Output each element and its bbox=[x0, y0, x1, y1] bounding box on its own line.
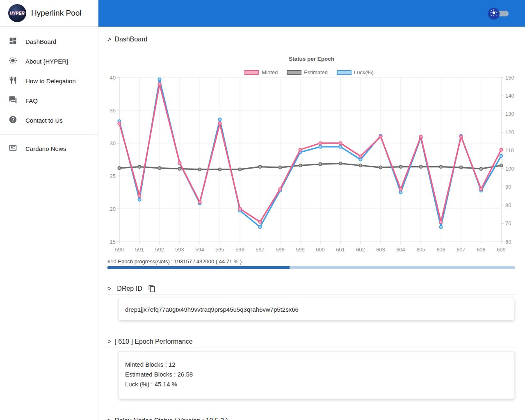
drep-card: drep1jjx7efq77a0gtx49h9vvtraq9prsp45u5q3… bbox=[118, 298, 514, 321]
svg-text:598: 598 bbox=[276, 247, 285, 253]
svg-text:596: 596 bbox=[235, 247, 244, 253]
sidebar-item-label: FAQ bbox=[25, 97, 38, 104]
main-content: > DashBoard Status per Epoch Minted Esti… bbox=[98, 27, 525, 420]
luck-line: Luck (%) : 45.14 % bbox=[125, 379, 507, 389]
sidebar-item-cardano-news[interactable]: Cardano News bbox=[0, 139, 98, 158]
topbar bbox=[98, 0, 525, 27]
estimated-blocks-line: Estimated Blocks : 26.58 bbox=[125, 370, 507, 379]
chevron: > bbox=[107, 338, 111, 345]
chevron: > bbox=[107, 285, 111, 292]
status-chart: Status per Epoch Minted Estimated Luck(%… bbox=[107, 56, 516, 256]
sidebar: HYPER Hyperlink Pool DashBoard About {HY… bbox=[0, 0, 98, 420]
svg-text:607: 607 bbox=[457, 247, 466, 253]
legend-label: Luck(%) bbox=[354, 69, 374, 75]
chevron: > bbox=[107, 36, 111, 43]
legend-item-minted[interactable]: Minted bbox=[244, 69, 278, 75]
epoch-progress-bar bbox=[107, 266, 515, 269]
pool-title: Hyperlink Pool bbox=[31, 9, 82, 18]
svg-text:597: 597 bbox=[256, 247, 265, 253]
svg-text:604: 604 bbox=[396, 247, 405, 253]
sidebar-item-label: How to Delegation bbox=[25, 78, 76, 84]
performance-card: Minted Blocks : 12 Estimated Blocks : 26… bbox=[118, 351, 514, 399]
performance-section: > [ 610 ] Epoch Performance Minted Block… bbox=[107, 338, 516, 399]
svg-text:70: 70 bbox=[505, 220, 511, 226]
legend-item-luck[interactable]: Luck(%) bbox=[337, 69, 374, 75]
newspaper-icon bbox=[9, 144, 17, 153]
svg-text:591: 591 bbox=[135, 247, 144, 253]
chevron: > bbox=[107, 417, 111, 420]
svg-text:609: 609 bbox=[497, 247, 506, 253]
toggle-thumb bbox=[488, 8, 500, 19]
svg-text:590: 590 bbox=[115, 247, 124, 253]
dashboard-icon bbox=[9, 37, 17, 46]
sidebar-item-label: Contact to Us bbox=[25, 117, 63, 124]
svg-text:90: 90 bbox=[505, 184, 511, 190]
svg-text:15: 15 bbox=[110, 239, 116, 245]
svg-text:600: 600 bbox=[316, 247, 325, 253]
svg-text:100: 100 bbox=[505, 166, 514, 172]
sidebar-item-label: Cardano News bbox=[25, 145, 66, 152]
svg-text:110: 110 bbox=[505, 147, 514, 153]
help-icon bbox=[9, 115, 17, 125]
svg-text:130: 130 bbox=[505, 111, 514, 117]
legend-swatch-minted bbox=[244, 70, 259, 75]
epoch-progress: 610 Epoch progress(slots) : 193157 / 432… bbox=[107, 258, 516, 269]
svg-text:608: 608 bbox=[477, 247, 486, 253]
sun-icon bbox=[490, 9, 498, 18]
sidebar-item-contact[interactable]: Contact to Us bbox=[0, 110, 98, 130]
legend-swatch-estimated bbox=[287, 70, 301, 75]
svg-text:595: 595 bbox=[215, 247, 224, 253]
legend-label: Minted bbox=[262, 69, 278, 75]
legend-item-estimated[interactable]: Estimated bbox=[287, 69, 328, 75]
svg-text:35: 35 bbox=[110, 107, 116, 114]
svg-text:40: 40 bbox=[110, 75, 116, 81]
svg-text:140: 140 bbox=[505, 93, 514, 99]
svg-text:20: 20 bbox=[110, 206, 116, 212]
svg-text:60: 60 bbox=[505, 239, 511, 245]
sidebar-item-label: DashBoard bbox=[25, 38, 56, 45]
svg-text:605: 605 bbox=[416, 247, 425, 253]
performance-heading: [ 610 ] Epoch Performance bbox=[114, 338, 192, 345]
sidebar-divider bbox=[0, 134, 98, 135]
svg-text:150: 150 bbox=[505, 75, 514, 81]
sidebar-item-delegation[interactable]: How to Delegation bbox=[0, 71, 98, 91]
heading-rule bbox=[107, 347, 516, 347]
performance-heading-row: > [ 610 ] Epoch Performance bbox=[107, 338, 516, 345]
legend-label: Estimated bbox=[304, 69, 328, 75]
drep-section: > DRep ID drep1jjx7efq77a0gtx49h9vvtraq9… bbox=[107, 285, 516, 321]
drep-id-value: drep1jjx7efq77a0gtx49h9vvtraq9prsp45u5q3… bbox=[125, 306, 299, 313]
drep-heading-row: > DRep ID bbox=[107, 285, 516, 292]
legend-swatch-luck bbox=[337, 70, 352, 75]
minted-blocks-line: Minted Blocks : 12 bbox=[125, 360, 507, 370]
relay-heading-row: > Relay Nodes Status ( Version : 10.5.3 … bbox=[107, 417, 516, 420]
relay-heading: Relay Nodes Status ( Version : 10.5.3 ) bbox=[114, 417, 228, 420]
pool-logo: HYPER bbox=[8, 4, 26, 22]
breadcrumb-block: > DashBoard bbox=[107, 36, 516, 45]
page-title: DashBoard bbox=[114, 36, 147, 43]
svg-text:80: 80 bbox=[505, 202, 511, 208]
heading-rule bbox=[107, 45, 516, 45]
copy-icon[interactable] bbox=[148, 285, 156, 292]
relay-section: > Relay Nodes Status ( Version : 10.5.3 … bbox=[107, 417, 516, 420]
brightness-icon bbox=[9, 56, 17, 66]
sidebar-item-faq[interactable]: FAQ bbox=[0, 91, 98, 110]
chart-title: Status per Epoch bbox=[107, 56, 516, 62]
svg-text:601: 601 bbox=[336, 247, 345, 253]
svg-text:602: 602 bbox=[356, 247, 365, 253]
svg-text:603: 603 bbox=[376, 247, 385, 253]
sidebar-item-dashboard[interactable]: DashBoard bbox=[0, 32, 98, 51]
epoch-progress-label: 610 Epoch progress(slots) : 193157 / 432… bbox=[107, 258, 516, 265]
logo-row[interactable]: HYPER Hyperlink Pool bbox=[0, 0, 98, 27]
forum-icon bbox=[9, 96, 17, 105]
sidebar-item-label: About {HYPER} bbox=[25, 58, 68, 65]
sidebar-item-about[interactable]: About {HYPER} bbox=[0, 51, 98, 71]
status-chart-plot[interactable]: 4035302520151501401301201101009080706059… bbox=[107, 75, 515, 256]
svg-text:120: 120 bbox=[505, 129, 514, 135]
drep-heading: DRep ID bbox=[117, 285, 142, 292]
breadcrumb: > DashBoard bbox=[107, 36, 516, 43]
svg-text:599: 599 bbox=[296, 247, 305, 253]
theme-toggle[interactable] bbox=[488, 7, 509, 20]
restaurant-icon bbox=[9, 76, 17, 86]
svg-text:594: 594 bbox=[195, 247, 204, 253]
svg-text:592: 592 bbox=[155, 247, 164, 253]
